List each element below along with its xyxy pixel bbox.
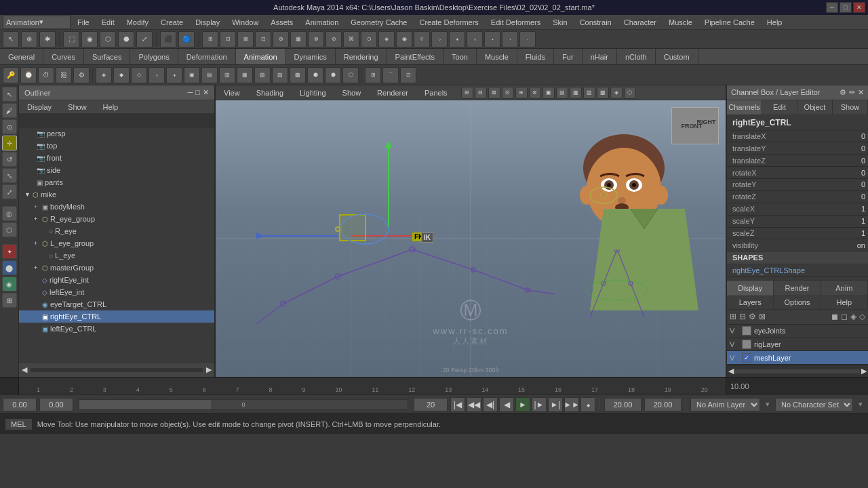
- attr-translateZ[interactable]: translateZ 0: [727, 155, 868, 167]
- tab-toon[interactable]: Toon: [443, 49, 477, 64]
- icon-9[interactable]: ⌘: [343, 31, 359, 47]
- menu-character[interactable]: Character: [618, 17, 662, 28]
- scroll-left[interactable]: ◀: [22, 365, 27, 374]
- list-item[interactable]: ○ R_eye: [19, 225, 214, 237]
- tab-deformation[interactable]: Deformation: [178, 49, 236, 64]
- attr-rotateY[interactable]: rotateY 0: [727, 179, 868, 191]
- anim-icon-9[interactable]: ▦: [237, 67, 253, 83]
- cluster-button[interactable]: ◉: [2, 277, 17, 291]
- scroll-track[interactable]: [735, 369, 860, 373]
- attr-scaleY[interactable]: scaleY 1: [727, 216, 868, 228]
- icon-19[interactable]: ⬫: [519, 31, 536, 47]
- vp-btn-4[interactable]: ⊡: [502, 87, 514, 99]
- attr-rotateX[interactable]: rotateX 0: [727, 167, 868, 179]
- anim-end-field[interactable]: 20.00: [604, 398, 642, 411]
- vp-btn-8[interactable]: ▤: [556, 87, 568, 99]
- list-item[interactable]: ○ L_eye: [19, 249, 214, 262]
- menu-muscle[interactable]: Muscle: [663, 17, 698, 28]
- range-start-field[interactable]: 0.00: [39, 398, 73, 411]
- layer-eye-joints[interactable]: V eyeJoints: [727, 325, 868, 338]
- tool-btn-6[interactable]: ⬣: [118, 31, 134, 47]
- menu-help[interactable]: Help: [762, 17, 788, 28]
- maximize-button[interactable]: □: [840, 2, 852, 13]
- scale-button[interactable]: ⤡: [2, 168, 17, 183]
- menu-window[interactable]: Window: [226, 17, 264, 28]
- outliner-close[interactable]: ✕: [203, 88, 209, 97]
- icon-5[interactable]: ⊕: [273, 31, 289, 47]
- move-button[interactable]: ✛: [2, 136, 17, 150]
- tab-fur[interactable]: Fur: [554, 49, 583, 64]
- tab-show[interactable]: Show: [833, 100, 868, 115]
- list-item[interactable]: ▣ leftEye_CTRL: [19, 323, 214, 335]
- vp-btn-1[interactable]: ⊞: [461, 87, 473, 99]
- menu-display[interactable]: Display: [190, 17, 225, 28]
- vp-btn-6[interactable]: ⊗: [529, 87, 541, 99]
- transport-forward[interactable]: |►: [532, 397, 547, 412]
- tab-render[interactable]: Render: [774, 281, 821, 296]
- tab-polygons[interactable]: Polygons: [130, 49, 178, 64]
- outliner-search-input[interactable]: [19, 114, 214, 127]
- attr-visibility[interactable]: visibility on: [727, 239, 868, 251]
- menu-animation[interactable]: Animation: [300, 17, 344, 28]
- tool-btn-5[interactable]: ⬡: [100, 31, 116, 47]
- vp-btn-10[interactable]: ▧: [583, 87, 595, 99]
- tab-curves[interactable]: Curves: [43, 49, 84, 64]
- list-item[interactable]: ▼ ⬡ mike: [19, 188, 214, 201]
- anim-tool-2[interactable]: ⌚: [20, 67, 37, 83]
- anim-icon-2[interactable]: ◆: [113, 67, 130, 83]
- menu-edit[interactable]: Edit: [96, 17, 120, 28]
- icon-2[interactable]: ⊟: [220, 31, 236, 47]
- tab-display[interactable]: Display: [727, 281, 774, 296]
- menu-create[interactable]: Create: [155, 17, 189, 28]
- paint-button[interactable]: 🖌: [2, 103, 17, 118]
- range-end-field[interactable]: 20: [414, 398, 448, 411]
- icon-15[interactable]: ⬧: [449, 31, 465, 47]
- icon-1[interactable]: ⊞: [202, 31, 218, 47]
- anim-icon-12[interactable]: ▩: [290, 67, 306, 83]
- transport-play[interactable]: ►: [515, 397, 530, 412]
- mode-dropdown[interactable]: Animation ▾: [3, 16, 71, 29]
- list-item[interactable]: + ⬡ L_eye_group: [19, 237, 214, 249]
- vp-btn-2[interactable]: ⊟: [475, 87, 487, 99]
- layer-color-box[interactable]: [742, 340, 751, 349]
- scroll-track[interactable]: [30, 367, 203, 373]
- list-item[interactable]: 📷 persp: [19, 127, 214, 140]
- minimize-button[interactable]: ─: [826, 2, 838, 13]
- anim-icon-4[interactable]: ⬦: [149, 67, 165, 83]
- anim-layer-dropdown[interactable]: No Anim Layer: [690, 398, 760, 411]
- outliner-help-menu[interactable]: Help: [98, 102, 124, 113]
- list-item[interactable]: ◇ leftEye_int: [19, 286, 214, 298]
- tab-fluids[interactable]: Fluids: [517, 49, 554, 64]
- ik-button[interactable]: ⬤: [2, 260, 17, 275]
- vp-btn-7[interactable]: ▣: [542, 87, 555, 99]
- list-item[interactable]: + ⬡ masterGroup: [19, 262, 214, 274]
- anim-icon-14[interactable]: ⬣: [325, 67, 341, 83]
- soft-sel-button[interactable]: ◎: [2, 206, 17, 221]
- layer-icon-b[interactable]: ◻: [841, 312, 848, 321]
- mode-label[interactable]: MEL: [5, 419, 32, 430]
- outliner-minimize[interactable]: ─: [188, 88, 193, 97]
- tab-edit[interactable]: Edit: [762, 100, 797, 115]
- transport-fwd-step[interactable]: ►►: [564, 397, 579, 412]
- cb-pencil[interactable]: ✏: [849, 88, 855, 97]
- list-item[interactable]: ◇ rightEye_int: [19, 274, 214, 286]
- tool-btn-9[interactable]: 🔵: [178, 31, 195, 47]
- menu-assets[interactable]: Assets: [265, 17, 298, 28]
- joint-tool-button[interactable]: ✦: [2, 244, 17, 259]
- icon-18[interactable]: ⬪: [502, 31, 518, 47]
- layer-color-box-selected[interactable]: ✓: [742, 353, 751, 363]
- viewport[interactable]: FK IK: [216, 100, 726, 377]
- vp-btn-11[interactable]: ▩: [597, 87, 609, 99]
- tab-object[interactable]: Object: [797, 100, 833, 115]
- attr-translateX[interactable]: translateX 0: [727, 131, 868, 143]
- menu-editdef[interactable]: Edit Deformers: [486, 17, 546, 28]
- layer-new-icon[interactable]: ⊞: [730, 312, 736, 321]
- select-button[interactable]: ↖: [2, 87, 17, 102]
- tab-options[interactable]: Options: [774, 296, 821, 309]
- snap-grid-button[interactable]: ⊞: [365, 67, 381, 83]
- anim-icon-1[interactable]: ◈: [96, 67, 112, 83]
- tool-btn-7[interactable]: ⤢: [136, 31, 153, 47]
- tab-surfaces[interactable]: Surfaces: [84, 49, 130, 64]
- outliner-show-menu[interactable]: Show: [62, 102, 92, 113]
- list-item[interactable]: 📷 top: [19, 140, 214, 152]
